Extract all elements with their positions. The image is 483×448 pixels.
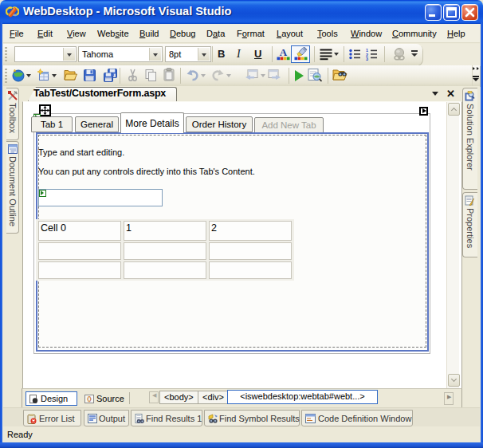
svg-text:A: A: [280, 47, 288, 58]
svg-text:3: 3: [366, 57, 368, 61]
svg-text:〈〉: 〈〉: [87, 395, 92, 403]
